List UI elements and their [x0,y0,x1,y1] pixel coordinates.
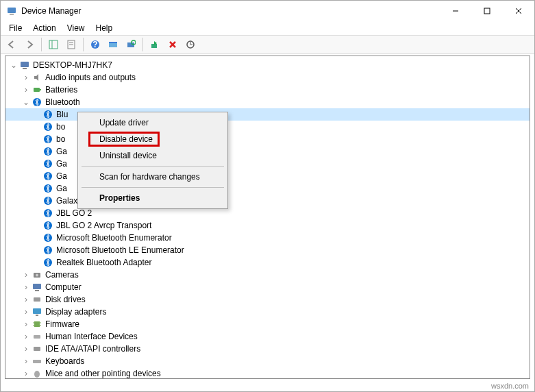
toolbar-separator [142,38,143,51]
help-button[interactable]: ? [87,36,103,53]
bluetooth-icon [42,183,53,194]
tree-category-cameras[interactable]: ›Cameras [5,269,530,281]
context-scan-hardware[interactable]: Scan for hardware changes [80,169,225,185]
camera-icon [32,269,42,280]
expand-icon[interactable]: › [21,345,32,353]
tree-label: Firmware [45,319,79,329]
expand-icon[interactable]: › [21,283,32,291]
menu-file[interactable]: File [3,22,27,34]
tree-category-hid[interactable]: ›Human Interface Devices [5,330,530,343]
tree-category-keyboards[interactable]: ›Keyboards [5,355,530,367]
svg-rect-52 [34,347,40,351]
tree-category-disk[interactable]: ›Disk drives [5,293,530,306]
tree-item[interactable]: Microsoft Bluetooth LE Enumerator [5,244,530,256]
bluetooth-icon [42,171,53,182]
minimize-button[interactable] [440,1,471,21]
app-icon [6,5,17,16]
context-separator [82,187,224,188]
expand-icon[interactable]: › [21,369,32,378]
expand-icon[interactable]: › [21,86,32,94]
tree-category-computer[interactable]: ›Computer [5,281,530,293]
menu-view[interactable]: View [62,22,90,34]
window-title: Device Manager [21,6,440,16]
bluetooth-icon [42,158,53,169]
tree-category-bluetooth[interactable]: ⌄Bluetooth [5,96,530,108]
tree-label: Batteries [45,85,77,95]
bluetooth-icon [42,121,53,132]
bluetooth-icon [42,146,53,157]
tree-label: Ga [56,171,67,181]
forward-button[interactable] [21,36,38,53]
collapse-icon[interactable]: ⌄ [21,98,32,106]
tree-category-firmware[interactable]: ›Firmware [5,318,530,330]
menu-help[interactable]: Help [90,22,119,34]
expand-icon[interactable]: › [21,320,32,328]
svg-rect-6 [49,40,58,49]
ide-icon [32,343,42,354]
tree-item[interactable]: Realtek Bluetooth Adapter [5,256,530,269]
tree-label: Blu [56,110,68,119]
svg-rect-51 [34,335,40,339]
svg-text:?: ? [92,40,97,49]
disable-button[interactable] [164,36,181,53]
tree-category-mice[interactable]: ›Mice and other pointing devices [5,367,530,378]
tree-label: JBL GO 2 Avrcp Transport [56,221,151,230]
bluetooth-icon [42,134,53,145]
close-button[interactable] [503,1,534,21]
tree-label: bo [56,122,65,132]
svg-rect-53 [33,360,41,363]
expand-icon[interactable]: › [21,271,32,279]
tree-label: Display adapters [45,307,106,317]
action-button[interactable] [105,36,121,53]
context-menu: Update driver Disable device Uninstall d… [77,112,228,209]
enable-button[interactable] [147,36,163,53]
context-update-driver[interactable]: Update driver [80,114,225,131]
svg-rect-22 [23,68,27,69]
context-properties[interactable]: Properties [80,190,225,206]
bluetooth-icon [42,257,53,268]
bluetooth-icon [32,97,42,108]
tree-item[interactable]: Microsoft Bluetooth Enumerator [5,232,530,244]
tree-label: Keyboards [45,356,84,366]
toolbar: ? [1,35,534,54]
svg-rect-44 [33,308,41,314]
maximize-button[interactable] [471,1,503,21]
tree-root[interactable]: ⌄ DESKTOP-MHJ7HK7 [5,59,530,71]
svg-rect-43 [34,297,40,302]
battery-icon [32,84,42,95]
tree-label: Bluetooth [45,97,80,107]
expand-icon[interactable]: › [21,308,32,316]
expand-icon[interactable]: › [21,332,32,341]
tree-label: Audio inputs and outputs [45,73,136,82]
context-uninstall-device[interactable]: Uninstall device [80,147,225,164]
tree-item[interactable]: JBL GO 2 Avrcp Transport [5,219,530,232]
expand-icon[interactable]: › [21,295,32,304]
svg-rect-42 [35,290,39,291]
tree-label: Cameras [45,270,79,280]
tree-label: Microsoft Bluetooth LE Enumerator [56,245,184,255]
context-disable-device[interactable]: Disable device [80,131,225,147]
update-driver-button[interactable] [182,36,199,53]
tree-category-display[interactable]: ›Display adapters [5,306,530,318]
hid-icon [32,331,42,342]
tree-label: DESKTOP-MHJ7HK7 [33,60,112,70]
back-button[interactable] [3,36,20,53]
tree-label: Realtek Bluetooth Adapter [56,258,151,267]
tree-category-audio[interactable]: ›Audio inputs and outputs [5,71,530,84]
scan-hardware-button[interactable] [123,36,139,53]
tree-label: Ga [56,147,67,156]
device-tree[interactable]: ⌄ DESKTOP-MHJ7HK7 ›Audio inputs and outp… [5,56,530,378]
properties-button[interactable] [63,36,79,53]
device-tree-panel: ⌄ DESKTOP-MHJ7HK7 ›Audio inputs and outp… [5,56,530,379]
tree-category-batteries[interactable]: ›Batteries [5,84,530,96]
show-hide-tree-button[interactable] [45,36,62,53]
expand-icon[interactable]: › [21,73,32,82]
collapse-icon[interactable]: ⌄ [8,61,19,69]
toolbar-separator [41,38,42,51]
bluetooth-icon [42,109,53,120]
expand-icon[interactable]: › [21,357,32,365]
tree-label: Ga [56,184,67,193]
tree-category-ide[interactable]: ›IDE ATA/ATAPI controllers [5,343,530,355]
menu-action[interactable]: Action [27,22,61,34]
svg-rect-41 [33,284,41,289]
